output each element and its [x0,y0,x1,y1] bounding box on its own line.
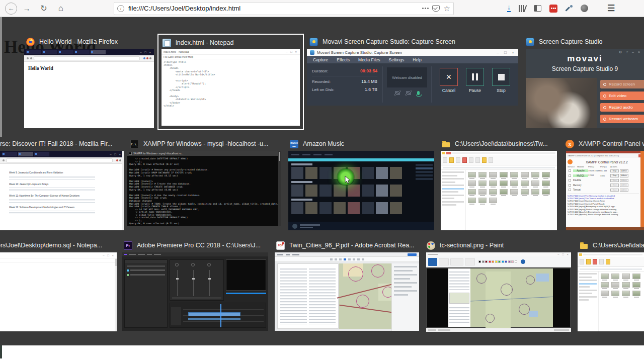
pause-button [466,68,484,86]
list-item: Week 9: Javascript Conditionals and Form… [9,171,117,180]
page-actions-icon[interactable] [422,8,429,9]
task-card-xampp-control-panel[interactable]: x XAMPP Control Panel v3.2.2 XAMPP Contr… [565,137,644,230]
task-card-paint[interactable]: tc-sectional.png - Paint – □ × [425,239,571,332]
movavi-thumbnail: Movavi Screen Capture Studio: Capture Sc… [307,49,518,106]
console-output: -> created_date DATETIME DEFAULT NOW() -… [127,156,281,226]
menu-effects: Effects [337,57,350,62]
library-icon[interactable] [519,5,526,12]
reload-button[interactable]: ↻ [37,2,50,15]
duration-label: Duration: [312,69,328,73]
sign-in-button [408,253,417,256]
task-card-acrobat[interactable]: PDF Twin_Cities_96_P.pdf - Adobe Acrobat… [275,239,419,331]
module-row-tomcat: TomcatStartAdmin [568,188,639,193]
route-line [470,297,556,302]
task-card-explorer-data[interactable]: C:\Users\Joel\data\b [578,239,644,331]
cancel-button: × [440,68,458,86]
xampp-icon: x [566,140,574,148]
explorer-ribbon [441,155,557,165]
tile [362,202,374,214]
album-row [288,185,434,197]
task-switcher-overlay: Hello World ← → ↻ ⌂ i file:///C:/Users/J… [0,0,644,362]
recorded-label: Recorded: [312,79,331,84]
back-button[interactable]: ← [5,3,17,15]
tile [468,180,476,186]
xampp-mini-icon [568,159,573,164]
downloads-icon[interactable]: ↓ [507,5,511,12]
tile [319,167,332,179]
tools-sidebar [391,263,419,331]
tile [478,172,487,177]
list-item: Week 12: Software Development Methodolog… [9,206,117,215]
paint-statusbar [426,328,571,332]
background-window-strip [640,151,644,230]
task-card-movavi-capture[interactable]: Movavi Screen Capture Studio: Capture Sc… [307,35,518,106]
notepad-code: <!doctype html><html> <head> <meta chars… [162,59,300,107]
tile [611,291,619,296]
speaker-off-icon [406,91,411,95]
sidebars-icon[interactable] [534,5,541,12]
card-title: tc-sectional.png - Paint [440,242,504,249]
tile [500,180,508,186]
amazon-music-thumbnail [288,151,434,230]
url-text[interactable]: file:///C:/Users/Joel/Desktop/index.html [128,5,419,12]
tile [489,198,497,203]
premiere-menubar [122,252,268,256]
card-title: XAMPP Control Panel v3.2.2 [579,140,644,147]
task-card-amazon-music[interactable]: music Amazon Music [288,137,434,230]
tile [521,172,529,177]
task-card-course-firefox[interactable]: ourse: Discover IT! Fall 2018 - Mozilla … [0,137,124,230]
tile [500,189,508,195]
page-heading: Hello World [28,66,150,71]
pocket-icon[interactable] [432,5,440,12]
tile [632,291,640,296]
extension-red-icon[interactable] [549,5,557,13]
movavi-mini-icon [310,50,314,55]
menu-icon[interactable]: ☰ [607,3,615,14]
tile [632,282,640,288]
webcam-off-icon [395,91,400,95]
tile [521,189,529,195]
tile [601,274,609,279]
task-card-firefox[interactable]: Hello World - Mozilla Firefox – □ × Hell… [22,35,154,128]
site-info-icon[interactable]: i [117,5,124,12]
pause-label: Pause [469,88,481,93]
task-card-premiere[interactable]: Pr Adobe Premiere Pro CC 2018 - C:\Users… [122,239,268,331]
task-card-demo-sql[interactable]: ers\Joel\Desktop\demo.sql - Notepa... – … [0,239,117,331]
home-button[interactable]: ⌂ [54,2,67,15]
tile [611,282,619,288]
bookmark-star-icon[interactable]: ☆ [444,4,450,13]
tile [319,202,332,214]
address-bar[interactable]: i file:///C:/Users/Joel/Desktop/index.ht… [114,2,454,15]
window-controls: – □ × [497,50,515,55]
tab-strip: – □ × [0,151,124,157]
album-row [288,202,434,214]
background-page-bottom [0,345,644,362]
tile [510,172,518,177]
task-card-capture-studio[interactable]: Screen Capture Studio ⚙ ? – × movavi Scr… [525,35,644,128]
menu-settings: Settings [389,57,405,62]
file-menu-button [428,258,437,266]
color-palette [478,260,517,263]
tile [305,185,317,197]
task-card-mysql-console[interactable]: C:\_ XAMPP for Windows - mysql -hlocalho… [127,137,281,226]
explorer-thumbnail [441,151,557,230]
background-window-edge [0,17,2,137]
pdf-icon: PDF [276,241,285,250]
task-card-notepad-selected[interactable]: index.html - Notepad index.html - Notepa… [157,34,304,130]
movavi-icon [309,38,318,46]
tab-strip: – □ × [24,49,154,55]
explorer-thumbnail [578,252,644,331]
task-card-explorer-business[interactable]: C:\Users\Joel\data\business\Tw... [441,137,557,230]
movavi-icon [526,38,534,46]
audio-mixer-panel [170,259,224,301]
list-item: Week 10: Javascript Loops and Arrays [9,183,117,192]
tile [489,180,497,186]
window-controls: ⚙ ? – × [619,50,641,54]
command-prompt-icon: C:\_ [130,140,139,148]
module-row-mysql: MySQL178843306StopAdmin [568,173,639,178]
paint-ribbon [426,256,571,267]
color-picker-icon[interactable] [566,5,573,12]
table-header: Service Module PID(s) Port(s) Actions [568,165,639,168]
extension-globe-icon[interactable] [581,5,588,12]
forward-button[interactable]: → [20,2,33,15]
